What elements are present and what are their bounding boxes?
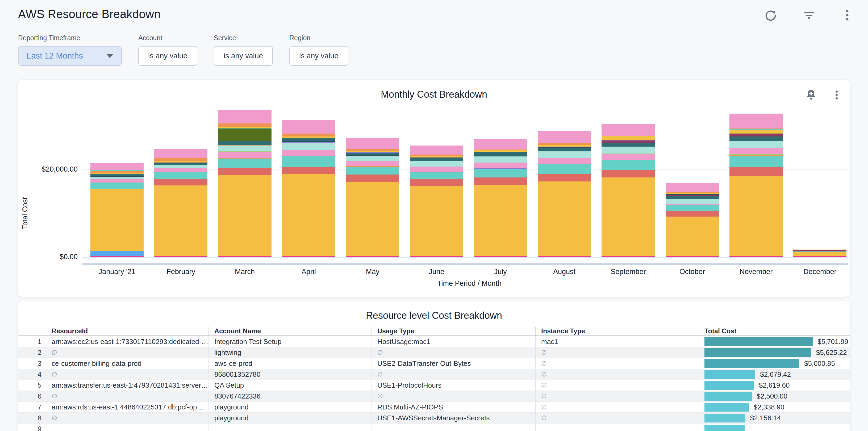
bar-segment-magenta[interactable] (410, 256, 463, 257)
bar-segment-gold2[interactable] (474, 150, 527, 152)
reporting-timeframe-select[interactable]: Last 12 Months (18, 46, 122, 66)
bar-segment-gold2[interactable] (730, 130, 783, 133)
table-row-4[interactable]: 4∅868001352780∅∅$2,679.42 (18, 369, 850, 380)
bar-segment-magenta[interactable] (474, 256, 527, 257)
bar-segment-orange[interactable] (282, 133, 335, 137)
bar-segment-mint[interactable] (282, 143, 335, 150)
bar-segment-gold2[interactable] (538, 145, 591, 147)
bar-segment-gold2[interactable] (601, 136, 655, 140)
chart-scrollbar[interactable] (82, 264, 848, 265)
bar-segment-teal[interactable] (410, 173, 463, 179)
bar-segment-gold[interactable] (474, 185, 527, 256)
table-row-1[interactable]: 1arn:aws:ec2:us-east-1:733017110293:dedi… (18, 336, 850, 347)
bar-segment-orange[interactable] (346, 149, 399, 151)
bar-segment-red[interactable] (154, 179, 208, 185)
bar-segment-pink[interactable] (538, 158, 591, 164)
bar-segment-gold[interactable] (793, 252, 846, 256)
bar-segment-gold[interactable] (90, 189, 144, 251)
bar-segment-gold[interactable] (218, 175, 272, 256)
bar-segment-teal[interactable] (601, 160, 655, 171)
bar-segment-pink[interactable] (218, 152, 272, 158)
bar-segment-darkteal[interactable] (218, 141, 272, 145)
bar-segment-darkteal[interactable] (601, 143, 655, 147)
bar-segment-magenta[interactable] (154, 256, 208, 257)
bar-segment-teal[interactable] (346, 167, 399, 175)
bar-segment-teal[interactable] (538, 164, 591, 174)
bar-segment-pink[interactable] (665, 183, 719, 192)
bar-segment-red[interactable] (282, 167, 335, 174)
bar-segment-gold[interactable] (410, 186, 463, 256)
bar-segment-maroon[interactable] (601, 141, 655, 143)
bar-segment-darkteal[interactable] (410, 157, 463, 161)
bar-segment-gold[interactable] (665, 217, 719, 256)
bar-segment-gold[interactable] (282, 174, 335, 256)
account-filter-button[interactable]: is any value (138, 46, 197, 66)
stacked-bar-11[interactable] (730, 114, 783, 257)
bar-segment-magenta[interactable] (730, 256, 783, 257)
bar-segment-darkteal[interactable] (474, 152, 527, 156)
bar-segment-red[interactable] (346, 175, 399, 183)
dashboard-menu-button[interactable] (840, 8, 855, 23)
bar-segment-orange[interactable] (90, 171, 144, 173)
bar-segment-gold[interactable] (346, 182, 399, 256)
bar-segment-darkteal[interactable] (730, 136, 783, 141)
bar-segment-pink[interactable] (282, 150, 335, 155)
bar-segment-teal[interactable] (282, 156, 335, 167)
stacked-bar-8[interactable] (538, 131, 591, 257)
bar-segment-pink[interactable] (538, 131, 591, 143)
bar-segment-teal[interactable] (154, 172, 208, 179)
dashboard-filter-button[interactable] (802, 8, 816, 23)
bar-segment-pink[interactable] (601, 154, 655, 160)
table-row-5[interactable]: 5arn:aws:transfer:us-east-1:479370281431… (18, 380, 850, 391)
bar-segment-gold[interactable] (538, 181, 591, 256)
bar-segment-pink[interactable] (346, 161, 399, 166)
bar-segment-magenta[interactable] (346, 256, 399, 257)
bar-segment-mint[interactable] (346, 156, 399, 161)
bar-segment-magenta[interactable] (601, 256, 655, 257)
col-header-instance-type[interactable]: Instance Type (535, 327, 699, 336)
bar-segment-pink[interactable] (730, 148, 783, 154)
stacked-bar-3[interactable] (218, 110, 272, 257)
stacked-bar-1[interactable] (90, 163, 144, 257)
bar-segment-pink[interactable] (474, 139, 527, 150)
bar-segment-darkteal[interactable] (282, 138, 335, 141)
stacked-bar-9[interactable] (601, 124, 655, 257)
bar-segment-darkteal[interactable] (90, 174, 144, 176)
col-header-usage-type[interactable]: Usage Type (372, 327, 535, 336)
bar-segment-magenta[interactable] (90, 256, 144, 257)
bar-segment-red[interactable] (601, 170, 655, 178)
bar-segment-pink[interactable] (90, 179, 144, 183)
bar-segment-darkteal[interactable] (665, 196, 719, 199)
bar-segment-teal[interactable] (665, 205, 719, 211)
bar-segment-mint[interactable] (601, 147, 655, 153)
alert-bell-button[interactable] (804, 88, 818, 103)
chart-menu-button[interactable] (829, 88, 844, 103)
bar-segment-pink[interactable] (410, 146, 463, 155)
bar-segment-pink[interactable] (154, 168, 208, 172)
bar-segment-pink[interactable] (90, 163, 144, 170)
bar-segment-pink[interactable] (730, 114, 783, 128)
bar-segment-orange[interactable] (154, 158, 208, 161)
bar-segment-maroon[interactable] (730, 134, 783, 137)
bar-segment-darkteal[interactable] (154, 162, 208, 165)
bar-segment-pink[interactable] (410, 166, 463, 172)
bar-segment-olive[interactable] (218, 128, 272, 141)
service-filter-button[interactable]: is any value (214, 46, 273, 66)
table-row-9[interactable]: 9 (18, 424, 850, 431)
bar-segment-magenta[interactable] (665, 256, 719, 257)
table-row-8[interactable]: 8∅playgroundUSE1-AWSSecretsManager-Secre… (18, 413, 850, 424)
table-row-7[interactable]: 7arn:aws:rds:us-east-1:448640225317:db:p… (18, 402, 850, 413)
bar-segment-pink[interactable] (218, 110, 272, 123)
bar-segment-red[interactable] (538, 174, 591, 181)
bar-segment-mint[interactable] (474, 156, 527, 163)
bar-segment-magenta[interactable] (282, 256, 335, 257)
bar-segment-red[interactable] (410, 179, 463, 186)
stacked-bar-12[interactable] (793, 250, 846, 257)
bar-segment-orange[interactable] (218, 123, 272, 127)
bar-segment-pink[interactable] (282, 120, 335, 133)
refresh-button[interactable] (763, 8, 778, 23)
bar-segment-red[interactable] (218, 167, 272, 175)
bar-segment-pink[interactable] (474, 162, 527, 168)
bar-segment-mint[interactable] (410, 161, 463, 166)
bar-segment-mint[interactable] (218, 146, 272, 151)
